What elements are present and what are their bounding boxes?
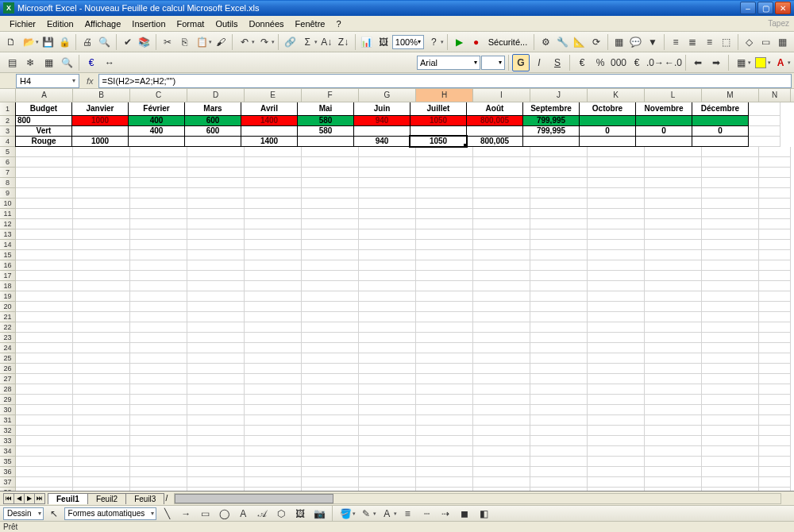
cell-I3[interactable]	[466, 125, 523, 137]
cell-A20[interactable]	[16, 302, 73, 312]
cell-N38[interactable]	[759, 488, 791, 491]
cell-M11[interactable]	[702, 209, 759, 219]
cell-B12[interactable]	[73, 219, 130, 229]
cell-L2[interactable]	[635, 115, 692, 126]
cell-D22[interactable]	[187, 322, 245, 333]
cell-D19[interactable]	[187, 291, 245, 302]
cell-F11[interactable]	[302, 209, 359, 219]
cell-K23[interactable]	[588, 333, 645, 343]
cell-E11[interactable]	[245, 209, 302, 219]
open-icon[interactable]: 📂	[20, 33, 37, 51]
column-header-H[interactable]: H	[416, 89, 473, 102]
cell-H31[interactable]	[416, 415, 473, 426]
row-header-1[interactable]: 1	[0, 102, 16, 116]
cell-A18[interactable]	[16, 281, 73, 291]
cell-H35[interactable]	[416, 457, 473, 467]
cell-A2[interactable]: 800	[15, 115, 72, 126]
cell-K4[interactable]	[579, 136, 636, 147]
line-color-icon[interactable]: ✎	[357, 505, 375, 522]
cell-K3[interactable]: 0	[579, 125, 636, 137]
cell-G12[interactable]	[359, 219, 416, 229]
cell-K19[interactable]	[588, 291, 645, 302]
cell-D11[interactable]	[187, 209, 245, 219]
cell-A3[interactable]: Vert	[15, 125, 72, 137]
cell-M8[interactable]	[702, 178, 759, 188]
cell-C12[interactable]	[130, 219, 187, 229]
cell-N26[interactable]	[759, 364, 791, 374]
cell-F36[interactable]	[302, 467, 359, 477]
arrow-icon[interactable]: →	[177, 505, 195, 522]
cell-H21[interactable]	[416, 312, 473, 322]
cell-J23[interactable]	[530, 333, 588, 343]
cell-D37[interactable]	[187, 477, 245, 488]
cell-M12[interactable]	[702, 219, 759, 229]
cell-A9[interactable]	[16, 188, 73, 199]
cell-N3[interactable]	[749, 126, 781, 137]
cell-D24[interactable]	[187, 343, 245, 353]
cell-E1[interactable]: Avril	[241, 102, 298, 116]
cell-D20[interactable]	[187, 302, 245, 312]
row-header-10[interactable]: 10	[0, 199, 16, 209]
cell-N12[interactable]	[759, 219, 791, 229]
cell-N25[interactable]	[759, 353, 791, 364]
cell-J29[interactable]	[530, 395, 588, 405]
font-color-icon[interactable]: A	[772, 54, 789, 71]
cell-J21[interactable]	[530, 312, 588, 322]
cell-G21[interactable]	[359, 312, 416, 322]
cell-B1[interactable]: Janvier	[71, 102, 129, 116]
horizontal-scrollbar[interactable]	[174, 493, 781, 504]
cell-M34[interactable]	[702, 446, 759, 457]
arrow-style-icon[interactable]: ⇢	[437, 505, 454, 522]
cell-B37[interactable]	[73, 477, 130, 488]
cell-F33[interactable]	[302, 436, 359, 446]
cell-G31[interactable]	[359, 415, 416, 426]
cell-C2[interactable]: 400	[128, 115, 185, 126]
cell-C3[interactable]: 400	[128, 125, 185, 137]
cell-J24[interactable]	[530, 343, 588, 353]
shadow-icon[interactable]: ◼	[456, 505, 473, 522]
cell-L9[interactable]	[645, 188, 702, 199]
row-header-14[interactable]: 14	[0, 240, 16, 250]
cell-J5[interactable]	[530, 147, 588, 157]
cell-N24[interactable]	[759, 343, 791, 353]
cell-B14[interactable]	[73, 240, 130, 250]
cell-L29[interactable]	[645, 395, 702, 405]
cell-C33[interactable]	[130, 436, 187, 446]
cell-I9[interactable]	[473, 188, 530, 199]
cell-B9[interactable]	[73, 188, 130, 199]
zoom-combo[interactable]: 100%▾	[392, 35, 425, 49]
cell-I35[interactable]	[473, 457, 530, 467]
cell-F15[interactable]	[302, 250, 359, 260]
minimize-button[interactable]: –	[740, 2, 756, 14]
security-button[interactable]: Sécurité...	[485, 37, 531, 47]
align-center-icon[interactable]: ≣	[684, 33, 700, 51]
cell-G17[interactable]	[359, 271, 416, 281]
row-header-13[interactable]: 13	[0, 229, 16, 240]
cell-N29[interactable]	[759, 395, 791, 405]
cell-F20[interactable]	[302, 302, 359, 312]
cell-F10[interactable]	[302, 199, 359, 209]
cell-F28[interactable]	[302, 384, 359, 395]
cell-B4[interactable]: 1000	[71, 136, 129, 147]
cell-D29[interactable]	[187, 395, 245, 405]
cell-G9[interactable]	[359, 188, 416, 199]
cell-F3[interactable]: 580	[297, 125, 354, 137]
cell-K37[interactable]	[588, 477, 645, 488]
cell-L35[interactable]	[645, 457, 702, 467]
cell-M7[interactable]	[702, 168, 759, 178]
font-combo[interactable]: Arial▾	[417, 56, 480, 70]
cell-A26[interactable]	[16, 364, 73, 374]
cell-I7[interactable]	[473, 168, 530, 178]
thousands-icon[interactable]: 000	[610, 54, 627, 71]
cell-N16[interactable]	[759, 260, 791, 271]
cell-B7[interactable]	[73, 168, 130, 178]
print-icon[interactable]: 🖨	[79, 33, 95, 51]
cell-N13[interactable]	[759, 229, 791, 240]
row-header-24[interactable]: 24	[0, 343, 16, 353]
cell-H22[interactable]	[416, 322, 473, 333]
cell-A29[interactable]	[16, 395, 73, 405]
name-box[interactable]: H4▾	[16, 74, 79, 88]
cell-E32[interactable]	[245, 426, 302, 436]
cell-N9[interactable]	[759, 188, 791, 199]
select-objects-icon[interactable]: ↖	[45, 505, 63, 522]
